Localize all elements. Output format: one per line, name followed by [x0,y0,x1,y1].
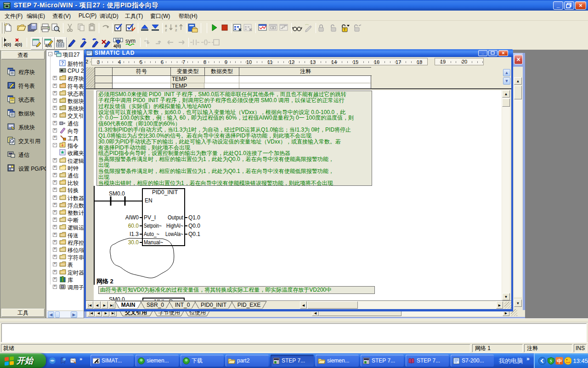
svg-text:4(0): 4(0) [4,42,11,47]
svg-text:?: ? [61,61,64,66]
svg-text:LowAla~: LowAla~ [165,231,183,237]
svg-text:Manual~: Manual~ [144,239,163,246]
svg-text:PV_I: PV_I [144,214,156,221]
svg-text:Q0.0: Q0.0 [188,223,200,229]
svg-text:8: 8 [175,24,177,28]
svg-text:Setpoin~: Setpoin~ [144,223,162,229]
svg-text:Q1.0: Q1.0 [188,214,200,221]
svg-text:Auto_~: Auto_~ [144,231,159,237]
svg-text:SBR_0: SBR_0 [147,302,164,308]
svg-text:T: T [344,28,346,31]
svg-text:I1.3: I1.3 [130,231,139,237]
svg-text:Q0.1: Q0.1 [188,231,200,237]
svg-text:PID0_INIT: PID0_INIT [152,189,178,196]
svg-text:EN: EN [145,197,153,204]
svg-text:4(0): 4(0) [15,42,22,47]
svg-text:SM0.0: SM0.0 [109,190,125,197]
svg-text:HighAl~: HighAl~ [166,223,183,229]
svg-text:Output: Output [168,214,184,221]
svg-text:4(0): 4(0) [113,44,121,48]
svg-text:30.0: 30.0 [128,239,139,246]
svg-text:PID_EXE: PID_EXE [237,302,261,308]
svg-text:PID0_INIT: PID0_INIT [201,302,227,308]
svg-text:中: 中 [557,358,562,364]
svg-text:4(0): 4(0) [57,39,63,43]
svg-text:sym: sym [125,38,136,44]
svg-text:MAIN: MAIN [121,302,136,308]
svg-text:INT_0: INT_0 [175,302,190,308]
svg-text:2: 2 [175,28,177,32]
svg-text:2: 2 [165,28,167,32]
svg-text:8: 8 [165,24,167,28]
svg-text:60.0: 60.0 [128,223,139,229]
svg-text:AIW0: AIW0 [125,214,139,221]
